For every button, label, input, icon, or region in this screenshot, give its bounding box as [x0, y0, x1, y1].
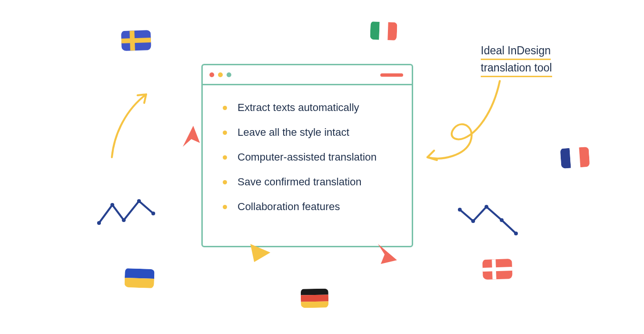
bullet-icon	[223, 106, 227, 110]
svg-point-7	[151, 212, 155, 215]
svg-marker-1	[378, 244, 397, 264]
svg-point-11	[500, 218, 504, 222]
traffic-light-minimize-icon	[218, 72, 223, 77]
bullet-icon	[223, 155, 227, 160]
squiggle-right-icon	[457, 199, 528, 242]
traffic-light-zoom-icon	[227, 72, 231, 77]
feature-item: Extract texts automatically	[223, 101, 398, 114]
svg-point-4	[110, 203, 114, 207]
feature-text: Leave all the style intact	[238, 126, 349, 139]
feature-window: Extract texts automatically Leave all th…	[201, 64, 413, 247]
arrow-red-upper-left-icon	[176, 124, 205, 152]
traffic-light-close-icon	[209, 72, 214, 77]
window-body: Extract texts automatically Leave all th…	[203, 85, 412, 225]
cursor-triangle-icon	[248, 241, 273, 265]
arrow-callout-icon	[419, 71, 524, 176]
svg-point-9	[471, 219, 475, 223]
window-titlebar	[203, 65, 412, 85]
squiggle-left-icon	[96, 194, 168, 233]
feature-item: Save confirmed translation	[223, 176, 398, 188]
feature-text: Save confirmed translation	[238, 176, 361, 188]
flag-denmark-icon	[482, 259, 512, 280]
bullet-icon	[223, 131, 227, 135]
flag-france-icon	[560, 147, 590, 169]
svg-marker-0	[183, 126, 200, 147]
feature-item: Collaboration features	[223, 201, 398, 213]
svg-point-12	[514, 232, 518, 235]
svg-marker-2	[250, 244, 270, 262]
feature-text: Extract texts automatically	[238, 101, 359, 114]
bullet-icon	[223, 205, 227, 209]
svg-point-5	[122, 218, 126, 222]
svg-point-3	[97, 221, 101, 225]
flag-sweden-icon	[121, 30, 151, 51]
arrow-upswing-icon	[102, 86, 159, 167]
svg-point-8	[458, 208, 462, 212]
feature-item: Computer-assisted translation	[223, 151, 398, 163]
titlebar-accent-dash	[380, 73, 403, 77]
bullet-icon	[223, 180, 227, 184]
callout-line-1: Ideal InDesign	[481, 43, 551, 60]
feature-text: Collaboration features	[238, 201, 340, 213]
flag-ireland-icon	[370, 21, 397, 40]
arrow-red-lower-right-icon	[374, 236, 403, 265]
flag-ukraine-icon	[124, 268, 154, 288]
flag-germany-icon	[301, 288, 329, 308]
feature-item: Leave all the style intact	[223, 126, 398, 139]
svg-point-10	[485, 205, 488, 209]
svg-point-6	[137, 199, 141, 203]
feature-text: Computer-assisted translation	[238, 151, 376, 163]
feature-list: Extract texts automatically Leave all th…	[223, 101, 398, 213]
